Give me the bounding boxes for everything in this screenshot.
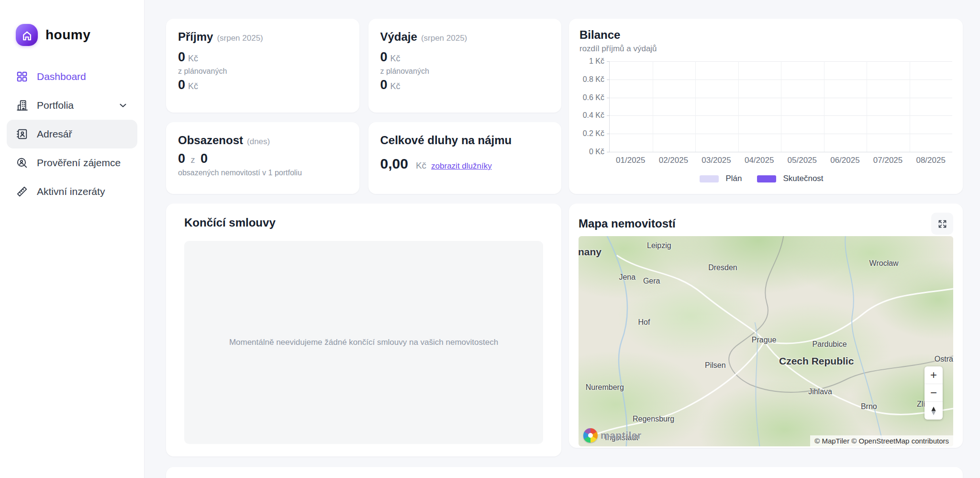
legend-label: Plán — [725, 174, 742, 183]
map-city-label: Pilsen — [705, 361, 726, 370]
map-city-label: Pardubice — [813, 340, 847, 349]
contact-card-icon — [16, 128, 28, 140]
map-city-label: Wrocław — [869, 259, 899, 268]
obsazenost-total: 0 — [200, 151, 208, 166]
vydaje-value: 0 — [380, 50, 388, 64]
chevron-down-icon[interactable] — [118, 100, 128, 111]
card-bilance-chart: Bilance rozdíl příjmů a výdajů 1 Kč0.8 K… — [569, 19, 963, 194]
map-city-label: Ostra — [935, 355, 953, 364]
maptiler-logo[interactable]: maptiler — [583, 428, 642, 443]
map-city-label: Gera — [643, 277, 660, 285]
obsazenost-sub-label: obsazených nemovitostí v 1 portfoliu — [178, 169, 347, 177]
currency-unit: Kč — [390, 81, 401, 91]
sidebar-item-portfolia[interactable]: Portfolia — [7, 91, 137, 120]
sidebar-item-dashboard[interactable]: Dashboard — [7, 62, 137, 91]
bottom-partial-card — [166, 467, 963, 478]
map-attribution: © MapTiler © OpenStreetMap contributors — [810, 435, 953, 446]
obsazenost-value: 0 — [178, 151, 185, 166]
empty-state: Momentálně neevidujeme žádné končící sml… — [184, 241, 543, 444]
sidebar-item-label: Portfolia — [37, 100, 74, 111]
prijmy-value: 0 — [178, 50, 185, 64]
card-vydaje: Výdaje(srpen 2025) 0Kč z plánovaných 0Kč — [368, 19, 562, 113]
sidebar-item-label: Aktivní inzeráty — [37, 186, 105, 197]
of-label: z — [190, 155, 195, 165]
currency-unit: Kč — [416, 160, 426, 171]
sidebar-nav: Dashboard Portfolia — [0, 46, 144, 206]
card-koncici-smlouvy: Končící smlouvy Momentálně neevidujeme ž… — [166, 204, 561, 456]
vydaje-sub-label: z plánovaných — [380, 67, 550, 76]
card-title: Obsazenost — [178, 134, 243, 147]
map-city-label: Jena — [619, 273, 635, 282]
dashboard-grid-icon — [16, 70, 28, 83]
chart-subtitle: rozdíl příjmů a výdajů — [579, 44, 952, 54]
right-column: Bilance rozdíl příjmů a výdajů 1 Kč0.8 K… — [569, 19, 963, 456]
vydaje-planned-value: 0 — [380, 78, 388, 92]
y-axis-labels: 1 Kč0.8 Kč0.6 Kč0.4 Kč0.2 Kč0 Kč — [579, 61, 609, 152]
card-title: Končící smlouvy — [184, 216, 276, 229]
map-city-label: Dresden — [708, 263, 737, 272]
brand-name: houmy — [45, 27, 90, 43]
legend-swatch — [700, 175, 719, 182]
map-title: Mapa nemovitostí — [579, 217, 676, 230]
map-city-label: Hof — [638, 318, 650, 327]
map-city-label: Regensburg — [633, 415, 674, 423]
sidebar-item-aktivni-inzeraty[interactable]: Aktivní inzeráty — [7, 177, 137, 206]
legend-label: Skutečnost — [783, 174, 823, 183]
maptiler-pie-icon — [583, 428, 598, 443]
chart-plot — [609, 61, 952, 152]
compass-button[interactable] — [924, 402, 943, 420]
card-prijmy: Příjmy(srpen 2025) 0Kč z plánovaných 0Kč — [166, 19, 359, 113]
expand-icon — [937, 219, 947, 229]
sidebar-item-label: Prověření zájemce — [37, 157, 121, 169]
left-column: Příjmy(srpen 2025) 0Kč z plánovaných 0Kč… — [166, 19, 561, 456]
map-city-label: Brno — [861, 402, 877, 411]
card-title: Výdaje — [380, 30, 417, 43]
zoom-out-button[interactable]: − — [924, 384, 943, 402]
currency-unit: Kč — [188, 81, 198, 91]
sidebar-item-label: Adresář — [37, 128, 72, 140]
card-dluhy: Celkové dluhy na nájmu 0,00 Kč zobrazit … — [368, 122, 562, 194]
empty-state-message: Momentálně neevidujeme žádné končící sml… — [229, 338, 498, 347]
map-city-label: Jihlava — [808, 387, 832, 396]
currency-unit: Kč — [390, 54, 401, 63]
compass-needle-icon — [930, 406, 937, 416]
zoom-in-button[interactable]: + — [924, 366, 943, 384]
sidebar-item-label: Dashboard — [37, 71, 86, 82]
card-map: Mapa nemovitostí — [569, 204, 963, 448]
zobrazit-dluzniky-link[interactable]: zobrazit dlužníky — [431, 161, 492, 171]
ruler-pen-icon — [16, 185, 28, 198]
dluhy-value: 0,00 — [380, 156, 408, 172]
sidebar-item-adresar[interactable]: Adresář — [7, 120, 137, 148]
map-city-label: nany — [579, 246, 601, 258]
card-period: (srpen 2025) — [217, 34, 263, 43]
card-obsazenost: Obsazenost(dnes) 0 z 0 obsazených nemovi… — [166, 122, 359, 194]
main-content: Příjmy(srpen 2025) 0Kč z plánovaných 0Kč… — [145, 0, 980, 478]
map-canvas[interactable]: nanyLeipzigDresdenWrocławJenaGeraHofPrag… — [579, 236, 953, 446]
card-title: Celkové dluhy na nájmu — [380, 134, 512, 147]
legend-swatch — [757, 175, 776, 182]
building-icon — [16, 99, 28, 112]
brand: houmy — [0, 0, 144, 46]
card-title: Příjmy — [178, 30, 213, 43]
card-period: (srpen 2025) — [421, 34, 467, 43]
person-search-icon — [16, 157, 28, 169]
houmy-logo-icon — [16, 24, 38, 46]
map-city-label: Czech Republic — [779, 355, 854, 367]
map-city-label: Prague — [752, 336, 777, 344]
prijmy-planned-value: 0 — [178, 78, 185, 92]
sidebar-item-provereni-zajemce[interactable]: Prověření zájemce — [7, 148, 137, 177]
fullscreen-expand-button[interactable] — [931, 213, 953, 235]
sidebar: houmy Dashboard Portfolia — [0, 0, 145, 478]
maptiler-wordmark: maptiler — [601, 430, 642, 441]
chart-area: 1 Kč0.8 Kč0.6 Kč0.4 Kč0.2 Kč0 Kč — [579, 61, 952, 152]
chart-title: Bilance — [579, 28, 620, 41]
currency-unit: Kč — [188, 54, 198, 63]
map-zoom-control: + − — [924, 366, 943, 420]
x-axis-labels: 01/202502/202503/202504/202505/202506/20… — [609, 156, 952, 165]
card-period: (dnes) — [247, 137, 270, 146]
map-city-label: Leipzig — [647, 241, 671, 250]
chart-legend: PlánSkutečnost — [579, 174, 952, 183]
map-city-label: Nuremberg — [586, 383, 624, 392]
prijmy-sub-label: z plánovaných — [178, 67, 347, 76]
